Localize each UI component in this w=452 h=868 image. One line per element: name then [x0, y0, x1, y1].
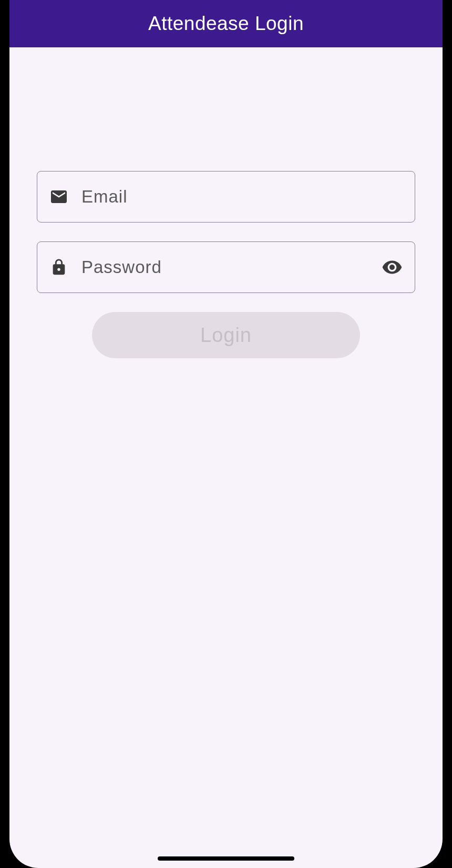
password-field-container — [37, 241, 415, 293]
app-screen: Attendease Login Login — [9, 0, 443, 868]
visibility-toggle-icon[interactable] — [381, 256, 403, 278]
page-title: Attendease Login — [148, 13, 304, 35]
app-bar: Attendease Login — [9, 0, 443, 47]
login-button[interactable]: Login — [92, 312, 360, 358]
home-indicator[interactable] — [158, 856, 294, 861]
email-field-container — [37, 171, 415, 223]
login-form: Login — [9, 47, 443, 358]
lock-icon — [49, 257, 69, 277]
password-input[interactable] — [81, 257, 381, 277]
email-input[interactable] — [81, 187, 403, 207]
email-icon — [49, 187, 69, 207]
